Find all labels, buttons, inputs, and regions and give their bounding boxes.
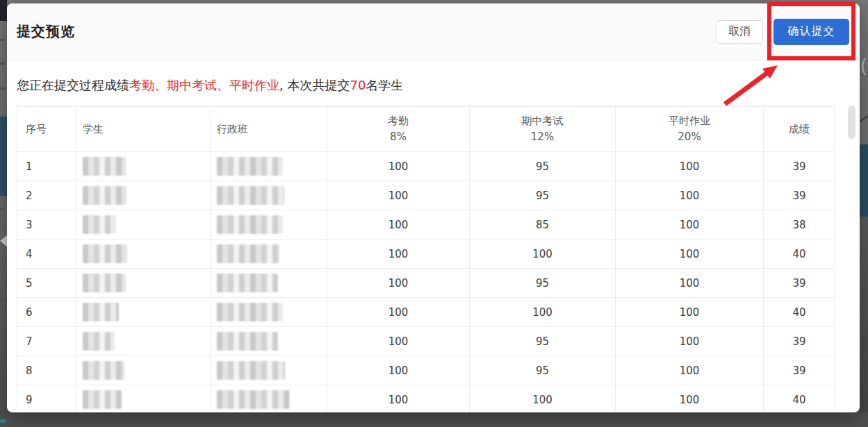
cell-serial: 5	[17, 269, 77, 298]
cell-score: 39	[764, 327, 835, 356]
message-suffix: 名学生	[366, 78, 403, 92]
message-student-count: 70	[350, 78, 366, 92]
redacted-student-name	[83, 303, 119, 321]
cell-student	[77, 298, 211, 327]
cell-attendance: 100	[327, 181, 470, 210]
cell-homework: 100	[616, 240, 764, 269]
redacted-class-name	[217, 215, 283, 234]
submit-preview-dialog: 提交预览 取消 确认提交 您正在提交过程成绩考勤、期中考试、平时作业, 本次共提…	[7, 3, 860, 412]
cell-student	[77, 181, 211, 210]
cell-serial: 2	[17, 181, 77, 210]
preview-table-container: 序号 学生 行政班 考勤 8% 期中考试 12% 平时作业	[17, 106, 850, 412]
redacted-student-name	[83, 215, 116, 234]
dialog-title: 提交预览	[17, 22, 75, 41]
background-page-fragment	[0, 325, 5, 327]
message-prefix: 您正在提交过程成绩	[17, 78, 129, 92]
redacted-student-name	[83, 361, 124, 380]
cell-serial: 6	[17, 298, 77, 327]
midterm-weight: 12%	[470, 129, 615, 145]
cell-class	[211, 181, 327, 210]
redacted-student-name	[83, 186, 126, 205]
background-page-fragment	[860, 217, 868, 412]
cell-student	[77, 356, 211, 385]
background-page-fragment	[0, 351, 6, 353]
cell-attendance: 100	[327, 385, 470, 412]
cell-attendance: 100	[327, 152, 470, 181]
redacted-class-name	[217, 361, 285, 380]
cell-attendance: 100	[327, 356, 470, 385]
cell-serial: 3	[17, 210, 77, 240]
cell-midterm: 95	[470, 356, 616, 385]
redacted-class-name	[217, 157, 283, 176]
cell-attendance: 100	[327, 269, 470, 298]
cell-class	[211, 356, 327, 385]
cell-serial: 9	[17, 385, 77, 412]
cell-score: 40	[764, 298, 835, 327]
background-page-fragment	[0, 117, 7, 196]
cell-serial: 8	[17, 356, 77, 385]
redacted-class-name	[217, 244, 279, 263]
cell-serial: 4	[17, 240, 77, 269]
cell-class	[211, 298, 327, 327]
column-header-student: 学生	[77, 107, 211, 152]
cell-homework: 100	[616, 327, 764, 356]
cell-homework: 100	[616, 181, 764, 210]
background-page-fragment	[0, 39, 5, 41]
cell-score: 39	[764, 152, 835, 181]
cell-midterm: 95	[470, 269, 616, 298]
confirm-submit-button[interactable]: 确认提交	[773, 19, 849, 45]
background-page-fragment	[0, 62, 5, 65]
redacted-class-name	[217, 186, 284, 205]
cell-homework: 100	[616, 210, 764, 240]
column-header-midterm: 期中考试 12%	[470, 107, 616, 152]
background-page-fragment	[0, 208, 4, 210]
column-header-score: 成绩	[764, 107, 835, 152]
cell-class	[211, 210, 327, 240]
table-row: 410010010040	[17, 240, 835, 269]
table-row: 71009510039	[17, 327, 835, 356]
table-row: 610010010040	[17, 298, 835, 327]
background-page-fragment	[0, 299, 5, 301]
attendance-weight: 8%	[327, 129, 469, 145]
cell-score: 39	[764, 181, 835, 210]
cancel-button[interactable]: 取消	[716, 20, 763, 44]
cell-homework: 100	[616, 269, 764, 298]
cell-score: 40	[764, 385, 835, 412]
cell-class	[211, 269, 327, 298]
background-page-fragment	[860, 144, 868, 217]
cell-score: 39	[764, 269, 835, 298]
cell-homework: 100	[616, 152, 764, 181]
table-row: 21009510039	[17, 181, 835, 210]
table-scrollbar-thumb[interactable]	[848, 106, 855, 139]
cell-attendance: 100	[327, 298, 470, 327]
submission-message: 您正在提交过程成绩考勤、期中考试、平时作业, 本次共提交70名学生	[17, 76, 850, 95]
redacted-class-name	[217, 390, 290, 409]
table-row: 51009510039	[17, 269, 835, 298]
table-row: 11009510039	[17, 152, 835, 181]
background-page-fragment	[0, 87, 6, 90]
cell-student	[77, 240, 211, 269]
redacted-class-name	[217, 332, 278, 351]
cell-serial: 1	[17, 152, 77, 181]
message-grade-items: 考勤、期中考试、平时作业	[129, 78, 279, 92]
cell-midterm: 100	[470, 385, 616, 412]
homework-weight: 20%	[616, 129, 763, 145]
cell-serial: 7	[17, 327, 77, 356]
column-header-attendance: 考勤 8%	[327, 107, 470, 152]
cell-midterm: 100	[470, 240, 616, 269]
cell-class	[211, 385, 327, 412]
cell-class	[211, 152, 327, 181]
preview-table: 序号 学生 行政班 考勤 8% 期中考试 12% 平时作业	[17, 106, 835, 412]
background-page-fragment	[0, 419, 6, 423]
message-middle: , 本次共提交	[279, 78, 350, 92]
dialog-header-buttons: 取消 确认提交	[716, 19, 849, 45]
cell-score: 38	[764, 210, 835, 240]
cell-midterm: 100	[470, 298, 616, 327]
cell-homework: 100	[616, 298, 764, 327]
table-row: 81009510039	[17, 356, 835, 385]
table-row: 31008510038	[17, 210, 835, 240]
cell-attendance: 100	[327, 210, 470, 240]
column-header-homework: 平时作业 20%	[616, 107, 764, 152]
cell-class	[211, 240, 327, 269]
table-header-row: 序号 学生 行政班 考勤 8% 期中考试 12% 平时作业	[17, 107, 835, 152]
